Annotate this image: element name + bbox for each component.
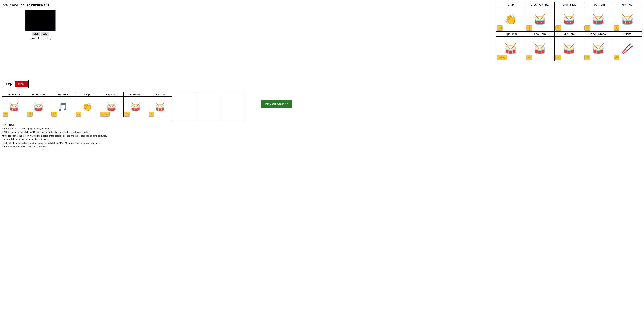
guide-img-drum-kick[interactable]: 🥁🤲 bbox=[554, 7, 584, 32]
gesture-label: Hand Pointing bbox=[30, 37, 51, 40]
play-all-button[interactable]: Play All Sounds bbox=[261, 100, 292, 108]
beat-cell-1[interactable]: Floor-Tom 🥁 ✋ bbox=[26, 92, 51, 117]
guide-header-ride-cymbal[interactable]: Ride Cymbal bbox=[584, 32, 613, 36]
beat-cell-0[interactable]: Drum Kick 🥁 🤲 bbox=[2, 92, 26, 117]
how-to-play: How to play: 1. Click Start and allow th… bbox=[2, 123, 642, 148]
start-button[interactable]: Start bbox=[32, 32, 40, 36]
guide-header-clap[interactable]: Clap bbox=[496, 2, 526, 7]
how-to-play-step: At the top-right of the screen you will … bbox=[2, 134, 642, 138]
how-to-play-heading: How to play: bbox=[2, 123, 642, 127]
guide-header-mid-tom[interactable]: Mid-Tom bbox=[554, 32, 584, 36]
empty-beat-cell-0 bbox=[172, 92, 197, 120]
how-to-play-step: 2. When you are ready click the "Record"… bbox=[2, 130, 642, 134]
guide-header-high-hat[interactable]: High-Hat bbox=[613, 2, 642, 7]
camera-feed bbox=[25, 10, 56, 31]
beat-cell-4[interactable]: High-Tom 🥁 🤜🤛 bbox=[99, 92, 124, 117]
how-to-play-step: 3. After all of the boxes have filled up… bbox=[2, 142, 642, 145]
guide-img-crash-cymbal[interactable]: 🥁🤏 bbox=[526, 7, 554, 32]
guide-img2-ride-cymbal[interactable]: 🥁🤏 bbox=[584, 36, 613, 61]
beat-cell-2[interactable]: High-Hat 🎵 ✊ bbox=[51, 92, 75, 117]
guide-header-high-tom[interactable]: High-Tom bbox=[496, 32, 526, 36]
beat-cell-6[interactable]: Low-Tom 🥁 👆 bbox=[148, 92, 172, 117]
guide-img2-low-tom[interactable]: 🥁☝ bbox=[526, 36, 554, 61]
guide-img-clap[interactable]: 👏🤜 bbox=[496, 7, 526, 32]
guide-img-high-hat[interactable]: 🥁✊ bbox=[613, 7, 642, 32]
guide-img-floor-tom[interactable]: 🥁🖐 bbox=[584, 7, 613, 32]
how-to-play-step: 4. Click on the clear button and start a… bbox=[2, 145, 642, 148]
how-to-play-step: 1. Click Start and allow this page to us… bbox=[2, 127, 642, 130]
beat-cell-3[interactable]: Clap 👏 🤜 bbox=[75, 92, 99, 117]
beats-grid: Drum Kick 🥁 🤲 Floor-Tom 🥁 ✋ High-Hat 🎵 ✊… bbox=[2, 92, 172, 117]
how-to-play-step: You can click on them to hear the differ… bbox=[2, 138, 642, 141]
guide-header-crash-cymbal[interactable]: Crash Cymbal bbox=[526, 2, 554, 7]
guide-header-drum-kick[interactable]: Drum Kick bbox=[554, 2, 584, 7]
guide-img2-high-tom[interactable]: 🥁🤜🤛 bbox=[496, 36, 526, 61]
empty-beat-cell-2 bbox=[221, 92, 246, 120]
beat-cell-5[interactable]: Low-Tom 🥁 👆 bbox=[124, 92, 148, 117]
guide-header-floor-tom[interactable]: Floor-Tom bbox=[584, 2, 613, 7]
guide-header-sticks[interactable]: Sticks bbox=[613, 32, 642, 36]
stop-camera-button[interactable]: Stop bbox=[41, 32, 49, 36]
empty-beat-cell-1 bbox=[197, 92, 221, 120]
welcome-title: Welcome to AirDrummer! bbox=[4, 4, 56, 8]
guide-header-low-tom[interactable]: Low-Tom bbox=[526, 32, 554, 36]
guide-img2-mid-tom[interactable]: 🥁☝ bbox=[554, 36, 584, 61]
guide-img2-sticks[interactable]: 🥢✊ bbox=[613, 36, 642, 61]
sound-guide-grid: ClapCrash CymbalDrum KickFloor-TomHigh-H… bbox=[496, 2, 642, 61]
